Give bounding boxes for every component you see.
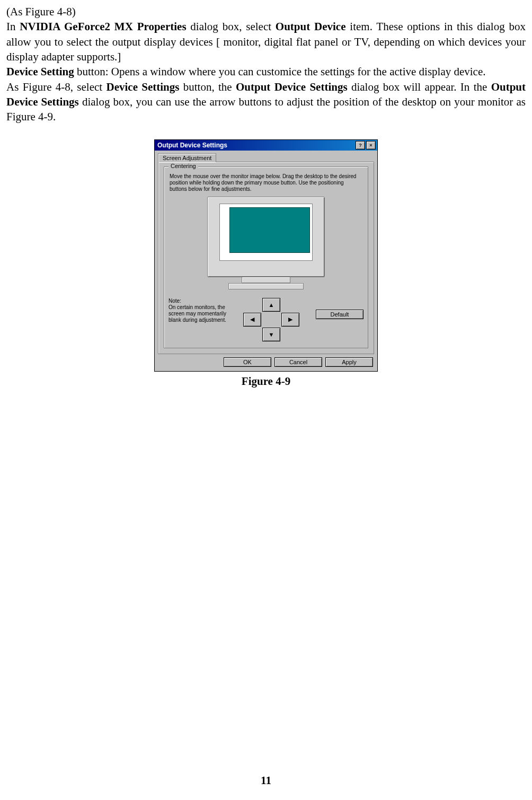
position-dpad: ▲ ◀ ▶ ▼ bbox=[240, 298, 303, 341]
bold-text: NVIDIA GeForce2 MX Properties bbox=[20, 20, 186, 33]
paragraph-3: As Figure 4-8, select Device Settings bu… bbox=[6, 80, 526, 125]
note-text: On certain monitors, the screen may mome… bbox=[169, 304, 232, 323]
text-line: (As Figure 4-8) bbox=[6, 4, 526, 19]
arrow-left-button[interactable]: ◀ bbox=[243, 313, 261, 327]
default-button[interactable]: Default bbox=[316, 310, 363, 319]
output-device-settings-dialog: Output Device Settings ? × Screen Adjust… bbox=[154, 139, 378, 372]
help-button[interactable]: ? bbox=[356, 141, 365, 150]
bold-text: Output Device bbox=[276, 20, 346, 33]
centering-group: Centering Move the mouse over the monito… bbox=[164, 166, 368, 348]
instruction-text: Move the mouse over the monitor image be… bbox=[170, 173, 362, 192]
monitor-stand bbox=[242, 277, 290, 283]
bold-text: Device Settings bbox=[106, 81, 179, 93]
bold-text: Output Device Settings bbox=[236, 81, 348, 93]
dialog-title: Output Device Settings bbox=[156, 142, 354, 149]
text: As Figure 4-8, select bbox=[6, 81, 106, 93]
text: dialog box will appear. In the bbox=[348, 81, 491, 93]
close-button[interactable]: × bbox=[366, 141, 376, 150]
text: dialog box, you can use the arrow button… bbox=[6, 95, 526, 123]
text: dialog box, select bbox=[187, 20, 276, 33]
monitor-screen bbox=[219, 204, 313, 261]
ok-button[interactable]: OK bbox=[224, 357, 271, 367]
arrow-down-button[interactable]: ▼ bbox=[262, 328, 280, 341]
apply-button[interactable]: Apply bbox=[325, 357, 373, 367]
bold-text: Device Setting bbox=[6, 65, 74, 78]
figure-caption: Figure 4-9 bbox=[6, 375, 526, 388]
desktop-preview[interactable] bbox=[229, 207, 310, 253]
tab-page: Centering Move the mouse over the monito… bbox=[158, 162, 374, 354]
tab-strip: Screen Adjustment bbox=[155, 151, 377, 162]
note-label: Note: bbox=[169, 298, 232, 304]
arrow-right-button[interactable]: ▶ bbox=[281, 313, 299, 327]
arrow-up-button[interactable]: ▲ bbox=[262, 298, 280, 312]
text: In bbox=[6, 20, 20, 33]
dialog-titlebar[interactable]: Output Device Settings ? × bbox=[155, 140, 377, 151]
text: button, the bbox=[179, 81, 236, 93]
paragraph-1: In NVIDIA GeForce2 MX Properties dialog … bbox=[6, 19, 526, 64]
tab-screen-adjustment[interactable]: Screen Adjustment bbox=[158, 153, 216, 162]
page-number: 11 bbox=[0, 774, 532, 787]
monitor-base bbox=[228, 283, 304, 289]
paragraph-2: Device Setting button: Opens a window wh… bbox=[6, 64, 526, 79]
group-legend: Centering bbox=[169, 163, 198, 169]
note-block: Note: On certain monitors, the screen ma… bbox=[169, 298, 232, 323]
text: button: Opens a window where you can cus… bbox=[74, 65, 486, 78]
monitor-preview[interactable] bbox=[207, 197, 325, 277]
dialog-button-row: OK Cancel Apply bbox=[155, 357, 377, 371]
cancel-button[interactable]: Cancel bbox=[274, 357, 322, 367]
